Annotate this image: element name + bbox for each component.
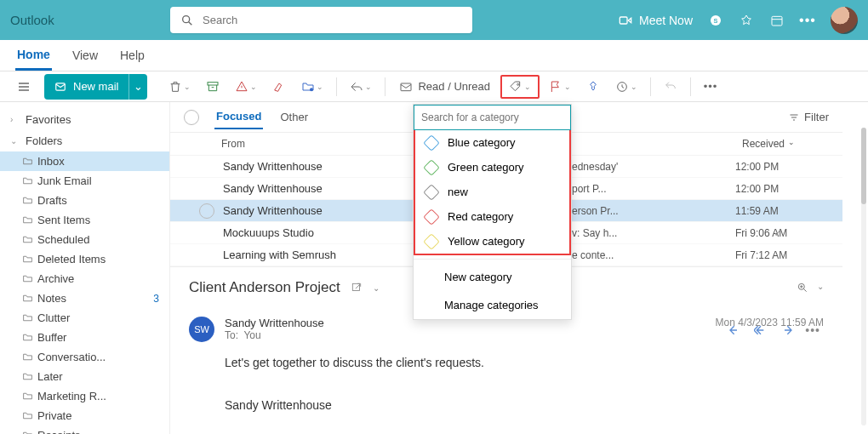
category-search[interactable] — [414, 105, 571, 130]
sender-avatar: SW — [189, 317, 214, 342]
category-search-input[interactable] — [421, 111, 563, 123]
folder-icon — [22, 234, 34, 245]
folder-icon — [22, 293, 34, 304]
scrollbar-thumb[interactable] — [861, 128, 866, 204]
folder-item[interactable]: Notes3 — [0, 288, 169, 308]
svg-rect-5 — [772, 16, 782, 26]
flag-button[interactable]: ⌄ — [543, 75, 577, 99]
row-checkbox[interactable] — [199, 203, 214, 219]
folder-label: Later — [37, 370, 63, 383]
folder-icon — [22, 410, 34, 421]
svg-rect-2 — [620, 17, 627, 24]
search-icon — [180, 14, 194, 27]
delete-button[interactable]: ⌄ — [163, 75, 197, 99]
calendar-icon[interactable] — [769, 13, 785, 28]
folder-label: Clutter — [37, 311, 70, 324]
folder-icon — [22, 312, 34, 323]
row-from: Sandy Writtenhouse — [223, 182, 402, 195]
folder-label: Drafts — [37, 194, 67, 207]
category-item[interactable]: Red category — [415, 204, 569, 229]
meet-now-label: Meet Now — [639, 14, 693, 27]
zoom-icon[interactable] — [797, 282, 808, 294]
premium-icon[interactable] — [739, 13, 754, 28]
folder-item[interactable]: Buffer — [0, 328, 169, 347]
category-item[interactable]: Blue category — [415, 130, 569, 155]
archive-button[interactable] — [200, 75, 226, 99]
category-item[interactable]: Green category — [415, 155, 569, 180]
folder-item[interactable]: Clutter — [0, 308, 169, 328]
filter-button[interactable]: Filter — [789, 111, 829, 123]
svg-point-13 — [310, 88, 313, 91]
global-search[interactable] — [170, 7, 472, 33]
filter-icon — [789, 112, 799, 123]
new-mail-chevron[interactable]: ⌄ — [128, 74, 147, 100]
report-button[interactable]: ⌄ — [229, 75, 263, 99]
folder-icon — [22, 195, 34, 206]
favorites-header[interactable]: ›Favorites — [0, 109, 169, 130]
folder-item[interactable]: Junk Email — [0, 171, 169, 191]
folder-item[interactable]: Deleted Items — [0, 249, 169, 269]
folder-item[interactable]: Conversatio... — [0, 347, 169, 367]
svg-line-1 — [189, 21, 192, 25]
manage-categories-item[interactable]: Manage categories — [414, 291, 571, 319]
scrollbar[interactable] — [861, 128, 866, 425]
forward-icon[interactable] — [779, 323, 793, 337]
folder-item[interactable]: Scheduled — [0, 230, 169, 249]
category-list: Blue categoryGreen categorynewRed catego… — [414, 130, 571, 255]
new-mail-split-button: New mail ⌄ — [44, 74, 147, 100]
categorize-button[interactable]: ⌄ — [500, 75, 540, 99]
folder-icon — [22, 214, 34, 226]
more-icon[interactable]: ••• — [800, 13, 815, 28]
reply-button[interactable]: ⌄ — [344, 75, 378, 99]
folder-count: 3 — [153, 293, 159, 305]
category-item[interactable]: new — [415, 180, 569, 204]
more-ribbon-button[interactable]: ••• — [698, 75, 723, 99]
folder-item[interactable]: Receipts — [0, 425, 169, 434]
focused-tab[interactable]: Focused — [214, 105, 263, 129]
user-avatar[interactable] — [831, 7, 858, 34]
category-item[interactable]: Yellow category — [415, 229, 569, 254]
category-color-icon — [423, 208, 440, 226]
pin-button[interactable] — [580, 75, 606, 99]
search-input[interactable] — [203, 14, 462, 26]
folder-item[interactable]: Private — [0, 406, 169, 425]
move-button[interactable]: ⌄ — [295, 75, 329, 99]
folder-icon — [22, 332, 34, 343]
skype-icon[interactable]: S — [708, 13, 723, 28]
folder-item[interactable]: Archive — [0, 269, 169, 288]
reading-actions: ••• — [728, 323, 820, 337]
read-unread-button[interactable]: Read / Unread — [392, 75, 497, 99]
popout-icon[interactable] — [351, 282, 363, 294]
select-all-checkbox[interactable] — [184, 110, 199, 125]
folder-item[interactable]: Drafts — [0, 191, 169, 210]
snooze-button[interactable]: ⌄ — [609, 75, 643, 99]
tab-help[interactable]: Help — [118, 42, 146, 69]
folder-item[interactable]: Sent Items — [0, 210, 169, 230]
tab-view[interactable]: View — [71, 42, 100, 69]
meet-now-button[interactable]: Meet Now — [619, 14, 693, 27]
sweep-button[interactable] — [266, 75, 292, 99]
svg-rect-11 — [208, 82, 218, 84]
reading-more-icon[interactable]: ••• — [805, 323, 820, 337]
folder-item[interactable]: Inbox — [0, 151, 169, 171]
hamburger-icon[interactable] — [12, 75, 36, 99]
folder-item[interactable]: Later — [0, 367, 169, 386]
folders-header[interactable]: ⌄Folders — [0, 130, 169, 151]
sender-name: Sandy Writtenhouse — [225, 317, 324, 329]
tab-home[interactable]: Home — [15, 41, 52, 71]
zoom-chevron[interactable]: ⌄ — [817, 282, 824, 294]
folder-item[interactable]: Marketing R... — [0, 386, 169, 406]
reply-all-icon[interactable] — [754, 323, 768, 337]
reading-chevron[interactable]: ⌄ — [373, 283, 380, 293]
new-mail-button[interactable]: New mail — [44, 74, 128, 100]
category-label: Blue category — [448, 136, 516, 149]
folder-icon — [22, 175, 34, 186]
other-tab[interactable]: Other — [278, 106, 310, 128]
folder-label: Buffer — [37, 331, 66, 344]
reply-icon[interactable] — [728, 323, 742, 337]
undo-button[interactable] — [658, 75, 683, 99]
row-time: 12:00 PM — [735, 183, 829, 195]
new-category-item[interactable]: New category — [414, 263, 571, 291]
ribbon: New mail ⌄ ⌄ ⌄ ⌄ ⌄ Read / Unread ⌄ ⌄ ⌄ •… — [0, 71, 868, 102]
received-column[interactable]: Received⌄ — [742, 138, 795, 150]
